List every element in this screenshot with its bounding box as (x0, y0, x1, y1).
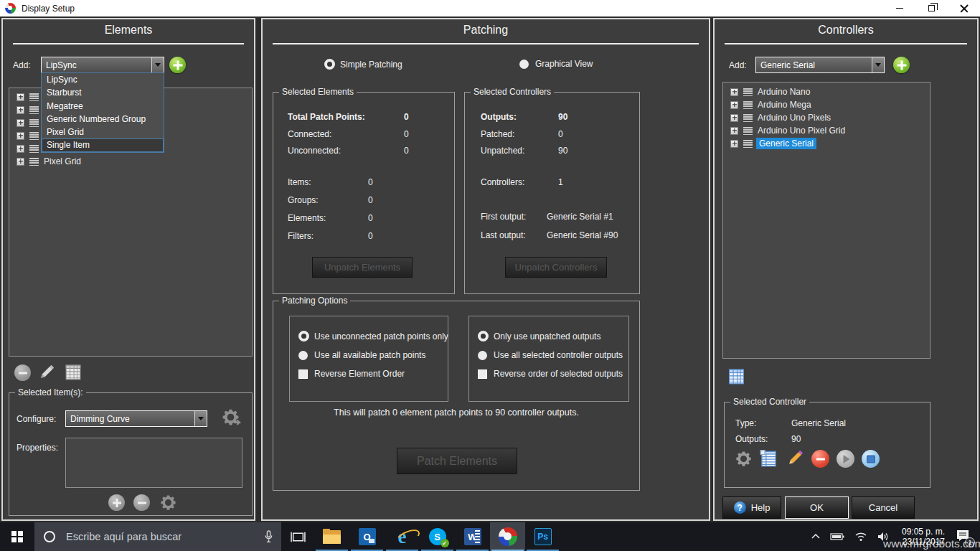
taskbar-app-photoshop[interactable]: Ps (525, 522, 560, 551)
vixen-icon (499, 527, 517, 546)
pencil-icon (786, 448, 805, 468)
start-button[interactable] (0, 522, 34, 551)
wifi-icon[interactable] (854, 532, 867, 542)
taskbar-app-skype[interactable]: S ✓ (420, 522, 455, 551)
element-grid-view-button[interactable] (65, 364, 82, 383)
selected-controller-legend: Selected Controller (730, 397, 809, 408)
tree-row[interactable]: Arduino Uno Pixel Grid (723, 124, 928, 137)
watermark: www.mrgrobots.com (883, 537, 980, 550)
tree-row-label: Arduino Mega (758, 100, 811, 110)
dropdown-option[interactable]: Pixel Grid (42, 126, 164, 138)
tree-row-label: Generic Serial (756, 138, 816, 149)
tree-row[interactable]: Pixel Grid (9, 155, 250, 168)
unpatch-controllers-button[interactable]: Unpatch Controllers (505, 257, 607, 278)
battery-icon[interactable] (830, 532, 844, 541)
expand-icon[interactable] (17, 106, 24, 114)
use-unconnected-radio[interactable]: Use unconnected patch points only (298, 331, 448, 342)
properties-listbox[interactable] (65, 438, 242, 488)
ok-button[interactable]: OK (785, 496, 849, 519)
run-configure-button[interactable] (220, 407, 241, 430)
delete-controller-button[interactable] (811, 450, 829, 468)
tray-chevron-up-icon[interactable] (811, 534, 820, 540)
screen: Display Setup Elements Add: LipSync (0, 0, 980, 551)
expand-icon[interactable] (17, 132, 24, 140)
checkbox-icon (298, 369, 308, 379)
simple-patching-label: Simple Patching (340, 60, 402, 70)
reverse-output-order-checkbox[interactable]: Reverse order of selected outputs (478, 369, 623, 379)
taskbar-search-box[interactable]: Escribe aquí para buscar (34, 522, 281, 551)
dropdown-option[interactable]: Megatree (42, 100, 164, 113)
dropdown-option-highlighted[interactable]: Single Item (42, 138, 164, 151)
expand-icon[interactable] (730, 140, 738, 148)
taskbar: Escribe aquí para buscar O e (0, 522, 980, 551)
expand-icon[interactable] (730, 101, 738, 109)
patching-options-legend: Patching Options (279, 296, 350, 306)
task-view-button[interactable] (281, 522, 314, 551)
dropdown-option[interactable]: LipSync (42, 73, 164, 86)
elements-header-rule (13, 43, 244, 44)
use-all-patch-points-radio[interactable]: Use all available patch points (298, 350, 425, 360)
controller-settings-button[interactable] (734, 449, 753, 471)
tree-row[interactable]: Arduino Nano (723, 85, 928, 98)
expand-icon[interactable] (730, 114, 738, 122)
chevron-down-icon[interactable] (151, 57, 164, 72)
expand-icon[interactable] (730, 127, 738, 135)
stop-controller-button[interactable] (862, 450, 880, 468)
remove-property-button[interactable] (133, 494, 150, 511)
patching-header-rule (273, 43, 699, 44)
taskbar-app-file-explorer[interactable] (314, 522, 349, 551)
controller-outputs-table-button[interactable] (760, 450, 778, 470)
tree-row[interactable]: Arduino Mega (723, 98, 928, 111)
remove-element-button[interactable] (14, 364, 31, 381)
expand-icon[interactable] (17, 93, 24, 101)
dropdown-option[interactable]: Generic Numbered Group (42, 113, 164, 126)
expand-icon[interactable] (730, 88, 738, 96)
help-button[interactable]: ? Help (722, 496, 781, 519)
gear-icon (734, 449, 753, 468)
chevron-down-icon[interactable] (194, 411, 207, 426)
stat-row: Items:0 (288, 177, 454, 187)
add-element-button[interactable] (169, 57, 186, 73)
configure-dropdown[interactable]: Dimming Curve (65, 410, 207, 427)
only-unpatched-outputs-radio[interactable]: Only use unpatched outputs (478, 331, 600, 342)
taskbar-app-outlook[interactable]: O (349, 522, 385, 551)
expand-icon[interactable] (17, 119, 24, 127)
internet-explorer-icon: e (398, 528, 407, 545)
rename-element-button[interactable] (37, 363, 56, 385)
expand-icon[interactable] (17, 145, 24, 153)
list-icon (743, 114, 753, 122)
tree-row-label: Arduino Nano (758, 87, 810, 97)
dropdown-option[interactable]: Starburst (42, 86, 164, 99)
element-type-dropdown[interactable]: LipSync (41, 57, 164, 73)
restore-button[interactable] (915, 0, 948, 17)
taskbar-app-word[interactable]: W (455, 522, 490, 551)
chevron-down-icon[interactable] (872, 57, 884, 72)
graphical-view-radio[interactable]: Graphical View (519, 59, 593, 69)
add-property-button[interactable] (108, 494, 125, 511)
close-button[interactable] (948, 0, 980, 17)
controller-type-dropdown[interactable]: Generic Serial (755, 57, 885, 73)
selected-elements-group: Selected Elements Total Patch Points:0 C… (273, 92, 455, 294)
minimize-button[interactable] (883, 0, 915, 17)
stat-row: Patched:0 (481, 129, 639, 139)
controller-rename-button[interactable] (786, 448, 805, 471)
controller-grid-view-button[interactable] (728, 369, 745, 387)
tree-row[interactable]: Arduino Uno Pixels (723, 111, 928, 124)
microphone-icon[interactable] (264, 530, 273, 543)
start-controller-button[interactable] (837, 450, 854, 468)
vixen-app-icon (5, 3, 16, 14)
controllers-tree[interactable]: Arduino Nano Arduino Mega Arduino Uno Pi… (722, 82, 930, 359)
element-type-dropdown-popup: LipSync Starburst Megatree Generic Numbe… (41, 72, 164, 153)
expand-icon[interactable] (17, 158, 24, 166)
taskbar-app-vixen[interactable] (490, 522, 525, 551)
configure-property-button[interactable] (159, 493, 178, 515)
add-controller-button[interactable] (893, 57, 910, 73)
unpatch-elements-button[interactable]: Unpatch Elements (312, 257, 413, 278)
reverse-element-order-checkbox[interactable]: Reverse Element Order (298, 369, 405, 379)
use-all-outputs-radio[interactable]: Use all selected controller outputs (478, 350, 623, 360)
tree-row-selected[interactable]: Generic Serial (723, 137, 928, 150)
patch-elements-button[interactable]: Patch Elements (397, 448, 517, 474)
cancel-button[interactable]: Cancel (852, 496, 915, 519)
simple-patching-radio[interactable]: Simple Patching (324, 59, 402, 70)
taskbar-app-internet-explorer[interactable]: e (385, 522, 420, 551)
